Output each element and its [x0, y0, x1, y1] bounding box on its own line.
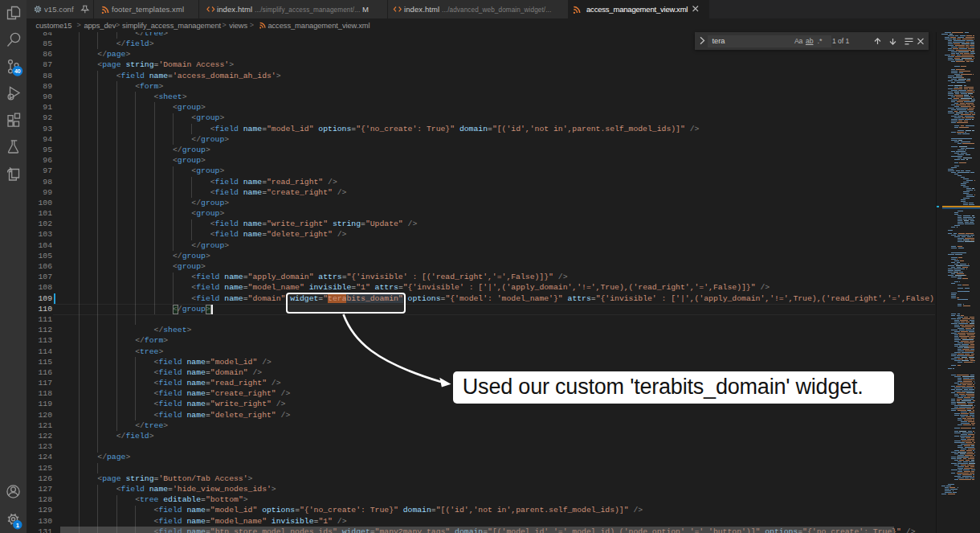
svg-text:1: 1	[16, 522, 19, 529]
svg-text:40: 40	[14, 68, 21, 74]
